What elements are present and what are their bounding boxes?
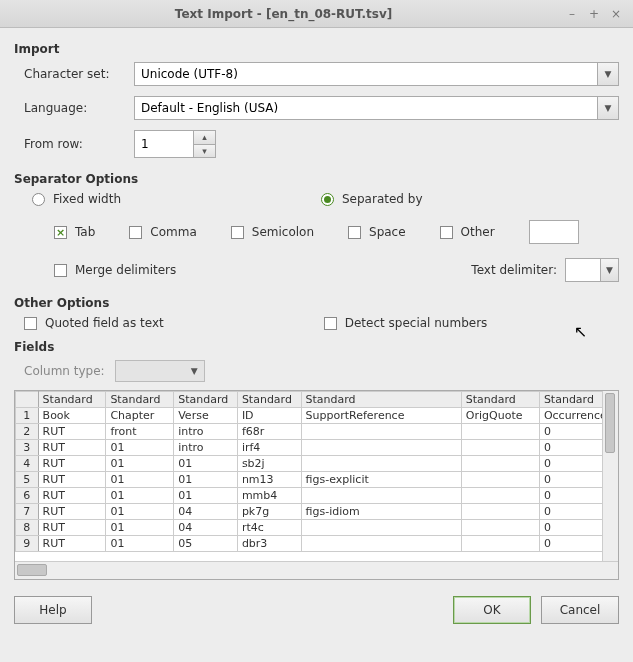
- row-number: 7: [16, 504, 39, 520]
- table-row[interactable]: 8RUT0104rt4c0: [16, 520, 618, 536]
- table-cell: [461, 440, 539, 456]
- table-row[interactable]: 4RUT0101sb2j0: [16, 456, 618, 472]
- titlebar: Text Import - [en_tn_08-RUT.tsv] – + ×: [0, 0, 633, 28]
- column-header[interactable]: Standard: [301, 392, 461, 408]
- cancel-button[interactable]: Cancel: [541, 596, 619, 624]
- chevron-down-icon[interactable]: ▼: [597, 96, 619, 120]
- table-cell: Verse: [174, 408, 238, 424]
- comma-label: Comma: [150, 225, 196, 239]
- checkbox-on-icon: ×: [54, 226, 67, 239]
- semicolon-checkbox[interactable]: Semicolon: [231, 225, 314, 239]
- dialog-content: Import Character set: ▼ Language: ▼ From…: [0, 28, 633, 662]
- text-delimiter-label: Text delimiter:: [471, 263, 557, 277]
- merge-delimiters-checkbox[interactable]: Merge delimiters: [54, 263, 176, 277]
- table-cell: RUT: [38, 440, 106, 456]
- close-icon[interactable]: ×: [607, 5, 625, 23]
- table-cell: 01: [106, 536, 174, 552]
- language-input[interactable]: [134, 96, 597, 120]
- table-row[interactable]: 2RUTfrontintrof68r0: [16, 424, 618, 440]
- fromrow-input[interactable]: [134, 130, 194, 158]
- table-row[interactable]: 1BookChapterVerseIDSupportReferenceOrigQ…: [16, 408, 618, 424]
- text-delimiter-input[interactable]: [565, 258, 601, 282]
- table-cell: 01: [174, 488, 238, 504]
- checkbox-off-icon: [231, 226, 244, 239]
- text-delimiter-combo[interactable]: ▼: [565, 258, 619, 282]
- table-row[interactable]: 3RUT01introirf40: [16, 440, 618, 456]
- radio-on-icon: [321, 193, 334, 206]
- table-cell: [461, 504, 539, 520]
- semicolon-label: Semicolon: [252, 225, 314, 239]
- separator-heading: Separator Options: [14, 172, 619, 186]
- table-cell: 01: [174, 472, 238, 488]
- table-cell: 01: [174, 456, 238, 472]
- table-cell: sb2j: [237, 456, 301, 472]
- window-title: Text Import - [en_tn_08-RUT.tsv]: [8, 7, 559, 21]
- fromrow-spinner[interactable]: ▴ ▾: [134, 130, 224, 158]
- row-number: 2: [16, 424, 39, 440]
- table-cell: [461, 520, 539, 536]
- spinner-down-icon[interactable]: ▾: [194, 144, 216, 159]
- table-cell: 01: [106, 440, 174, 456]
- table-cell: f68r: [237, 424, 301, 440]
- space-checkbox[interactable]: Space: [348, 225, 406, 239]
- table-row[interactable]: 6RUT0101mmb40: [16, 488, 618, 504]
- language-combo[interactable]: ▼: [134, 96, 619, 120]
- other-options-heading: Other Options: [14, 296, 619, 310]
- table-row[interactable]: 5RUT0101nm13figs-explicit0: [16, 472, 618, 488]
- table-row[interactable]: 7RUT0104pk7gfigs-idiom0: [16, 504, 618, 520]
- table-cell: [461, 472, 539, 488]
- checkbox-off-icon: [129, 226, 142, 239]
- table-cell: RUT: [38, 424, 106, 440]
- comma-checkbox[interactable]: Comma: [129, 225, 196, 239]
- table-cell: 01: [106, 520, 174, 536]
- table-cell: [461, 424, 539, 440]
- tab-checkbox[interactable]: × Tab: [54, 225, 95, 239]
- checkbox-off-icon: [348, 226, 361, 239]
- detect-numbers-checkbox[interactable]: Detect special numbers: [324, 316, 488, 330]
- column-header[interactable]: Standard: [237, 392, 301, 408]
- spinner-up-icon[interactable]: ▴: [194, 130, 216, 144]
- minimize-icon[interactable]: –: [563, 5, 581, 23]
- table-cell: RUT: [38, 488, 106, 504]
- table-cell: Book: [38, 408, 106, 424]
- chevron-down-icon[interactable]: ▼: [601, 258, 619, 282]
- table-cell: RUT: [38, 520, 106, 536]
- maximize-icon[interactable]: +: [585, 5, 603, 23]
- vertical-scrollbar[interactable]: [602, 391, 618, 561]
- table-row[interactable]: 9RUT0105dbr30: [16, 536, 618, 552]
- charset-input[interactable]: [134, 62, 597, 86]
- column-header[interactable]: Standard: [461, 392, 539, 408]
- table-cell: [461, 456, 539, 472]
- row-number: 8: [16, 520, 39, 536]
- table-cell: 01: [106, 456, 174, 472]
- charset-combo[interactable]: ▼: [134, 62, 619, 86]
- table-cell: RUT: [38, 472, 106, 488]
- table-cell: [461, 536, 539, 552]
- table-cell: RUT: [38, 504, 106, 520]
- table-cell: 01: [106, 504, 174, 520]
- detect-label: Detect special numbers: [345, 316, 488, 330]
- other-checkbox[interactable]: Other: [440, 225, 495, 239]
- ok-button[interactable]: OK: [453, 596, 531, 624]
- row-number: 5: [16, 472, 39, 488]
- row-number: 3: [16, 440, 39, 456]
- other-delim-input[interactable]: [529, 220, 579, 244]
- row-number: 4: [16, 456, 39, 472]
- checkbox-off-icon: [24, 317, 37, 330]
- help-button[interactable]: Help: [14, 596, 92, 624]
- horizontal-scrollbar[interactable]: [15, 561, 618, 579]
- table-cell: 05: [174, 536, 238, 552]
- table-cell: [301, 456, 461, 472]
- separated-by-radio[interactable]: Separated by: [321, 192, 423, 206]
- column-header[interactable]: Standard: [38, 392, 106, 408]
- column-header[interactable]: Standard: [106, 392, 174, 408]
- quoted-field-checkbox[interactable]: Quoted field as text: [24, 316, 164, 330]
- preview-scroll[interactable]: StandardStandardStandardStandardStandard…: [15, 391, 618, 561]
- row-number: 6: [16, 488, 39, 504]
- table-cell: figs-explicit: [301, 472, 461, 488]
- chevron-down-icon[interactable]: ▼: [597, 62, 619, 86]
- corner-cell: [16, 392, 39, 408]
- fixed-width-radio[interactable]: Fixed width: [32, 192, 121, 206]
- column-header[interactable]: Standard: [174, 392, 238, 408]
- table-cell: intro: [174, 440, 238, 456]
